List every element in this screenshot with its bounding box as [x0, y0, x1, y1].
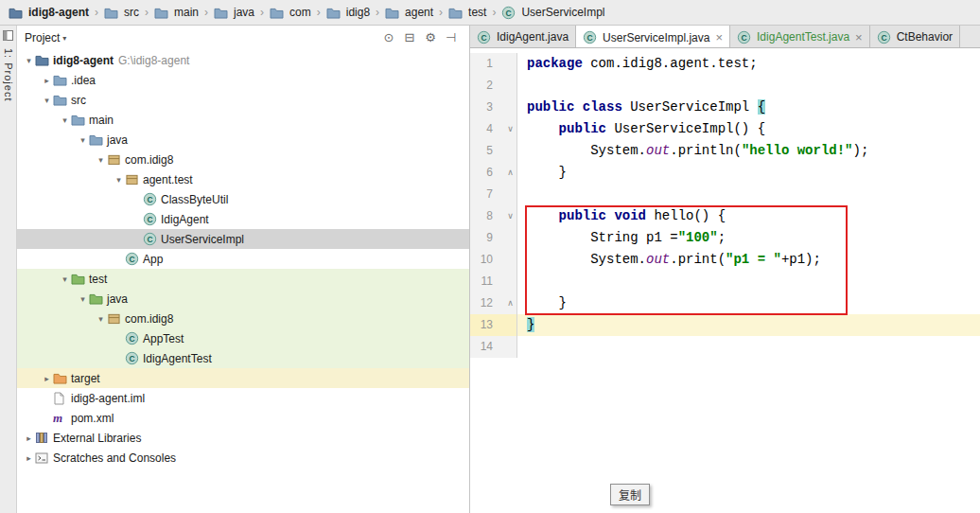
breadcrumb-item-label: idig8-agent [28, 6, 89, 19]
tree-row[interactable]: ▾main [17, 110, 469, 130]
token [527, 121, 559, 136]
tree-row[interactable]: CApp [17, 249, 469, 269]
collapse-all-icon[interactable]: ⊟ [399, 30, 420, 44]
chevron-right-icon[interactable]: ▸ [23, 453, 35, 463]
chevron-down-icon[interactable]: ▾ [113, 175, 125, 185]
tree-row[interactable]: ▾idig8-agentG:\idig8-agent [17, 50, 469, 70]
tree-row[interactable]: ▾java [17, 289, 469, 309]
code-line[interactable]: 13} [470, 314, 980, 336]
breadcrumb-item[interactable]: java [211, 0, 257, 25]
code-line[interactable]: 9 String p1 ="100"; [470, 227, 980, 249]
code-line[interactable]: 14 [470, 336, 980, 358]
tree-row[interactable]: ▸target [17, 368, 469, 388]
code-line[interactable]: 6∧ } [470, 162, 980, 184]
fold-marker-icon[interactable]: ∧ [504, 162, 517, 184]
folder-icon [89, 133, 105, 146]
project-view-selector[interactable]: Project [25, 31, 60, 44]
tree-row[interactable]: ▾src [17, 90, 469, 110]
chevron-down-icon[interactable]: ▾ [77, 294, 89, 304]
tree-row[interactable]: mpom.xml [17, 408, 469, 428]
breadcrumb-item[interactable]: CUserServiceImpl [499, 0, 607, 25]
tree-row[interactable]: ▾agent.test [17, 169, 469, 189]
editor-tab[interactable]: CIdigAgentTest.java× [730, 26, 870, 48]
breadcrumb-item-label: agent [405, 6, 433, 19]
code-line[interactable]: 4∨ public UserServiceImpl() { [470, 118, 980, 140]
chevron-right-icon[interactable]: ▸ [41, 76, 53, 85]
token: UserServiceImpl() { [614, 121, 765, 136]
tree-row[interactable]: CUserServiceImpl [17, 229, 469, 249]
code-line[interactable]: 1package com.idig8.agent.test; [470, 53, 980, 75]
breadcrumb-item[interactable]: test [446, 0, 489, 25]
project-tool-button[interactable]: 1: Project [0, 26, 16, 101]
code-line[interactable]: 3public class UserServiceImpl { [470, 97, 980, 118]
breadcrumb-item[interactable]: agent [382, 0, 436, 25]
chevron-down-icon[interactable]: ▾ [41, 96, 53, 105]
editor-tab[interactable]: CUserServiceImpl.java× [576, 26, 730, 48]
chevron-right-icon[interactable]: ▸ [41, 374, 53, 383]
chevron-down-icon[interactable]: ▾ [95, 314, 107, 324]
tree-row[interactable]: CClassByteUtil [17, 189, 469, 209]
token: package [527, 56, 590, 71]
code-text: } [517, 314, 980, 336]
code-line[interactable]: 12∧ } [470, 292, 980, 314]
editor-tab[interactable]: CCtBehavior [870, 26, 960, 48]
chevron-down-icon[interactable]: ▾ [59, 274, 71, 284]
code-text: package com.idig8.agent.test; [517, 53, 980, 75]
editor: CIdigAgent.javaCUserServiceImpl.java×CId… [470, 26, 980, 513]
token: +p1); [781, 252, 821, 267]
tree-row[interactable]: ▸.idea [17, 70, 469, 90]
folder-icon [385, 7, 401, 19]
maven-icon: m [53, 412, 69, 424]
breadcrumb-item-label: main [174, 6, 199, 19]
breadcrumb-item[interactable]: idig8-agent [6, 0, 92, 25]
tree-row[interactable]: ▾com.idig8 [17, 309, 469, 328]
tree-row[interactable]: CIdigAgent [17, 209, 469, 229]
chevron-down-icon[interactable]: ▾ [23, 56, 35, 65]
tree-item-label: App [141, 253, 163, 266]
breadcrumb-item[interactable]: main [151, 0, 201, 25]
tree-row[interactable]: ▸External Libraries [17, 428, 469, 448]
fold-marker-icon[interactable]: ∧ [504, 292, 517, 314]
settings-icon[interactable]: ⚙ [420, 30, 441, 44]
close-icon[interactable]: × [853, 30, 863, 44]
chevron-down-icon[interactable]: ▾ [59, 115, 71, 125]
locate-icon[interactable]: ⊙ [378, 30, 399, 44]
tree-row[interactable]: idig8-agent.iml [17, 388, 469, 408]
tree-row[interactable]: ▾com.idig8 [17, 150, 469, 169]
code-line[interactable]: 11 [470, 271, 980, 292]
chevron-down-icon[interactable]: ▾ [62, 32, 66, 43]
code-line[interactable]: 7 [470, 184, 980, 205]
breadcrumb-item[interactable]: idig8 [324, 0, 373, 25]
code-text: public void hello() { [517, 205, 980, 227]
breadcrumb-item-label: UserServiceImpl [521, 6, 604, 19]
fold-column [504, 271, 517, 292]
code-line[interactable]: 8∨ public void hello() { [470, 205, 980, 227]
editor-tab[interactable]: CIdigAgent.java [470, 26, 576, 48]
chevron-right-icon[interactable]: ▸ [23, 433, 35, 443]
chevron-down-icon[interactable]: ▾ [77, 135, 89, 145]
tree-row[interactable]: ▾test [17, 269, 469, 289]
fold-marker-icon[interactable]: ∨ [504, 118, 517, 140]
breadcrumb-separator-icon: › [201, 6, 211, 19]
close-icon[interactable]: × [713, 30, 723, 44]
indent-spacer [17, 338, 113, 339]
tab-label: IdigAgentTest.java [757, 30, 849, 44]
fold-marker-icon[interactable]: ∨ [504, 205, 517, 227]
chevron-down-icon[interactable]: ▾ [95, 155, 107, 165]
tree-row[interactable]: ▾java [17, 130, 469, 150]
code-line[interactable]: 10 System.out.print("p1 = "+p1); [470, 249, 980, 271]
hide-icon[interactable]: ⊣ [441, 30, 462, 44]
indent-spacer [17, 179, 113, 180]
indent-spacer [17, 298, 77, 299]
tree-row[interactable]: CAppTest [17, 328, 469, 348]
breadcrumb-item[interactable]: com [267, 0, 314, 25]
breadcrumb-item[interactable]: src [101, 0, 142, 25]
indent-spacer [17, 159, 95, 160]
code-line[interactable]: 2 [470, 75, 980, 97]
tree-row[interactable]: CIdigAgentTest [17, 348, 469, 368]
code-area[interactable]: 1package com.idig8.agent.test;23public c… [470, 48, 980, 513]
token: } [527, 165, 567, 180]
tree-row[interactable]: ▸Scratches and Consoles [17, 448, 469, 468]
code-line[interactable]: 5 System.out.println("hello world!"); [470, 140, 980, 162]
breadcrumb-separator-icon: › [314, 6, 324, 19]
